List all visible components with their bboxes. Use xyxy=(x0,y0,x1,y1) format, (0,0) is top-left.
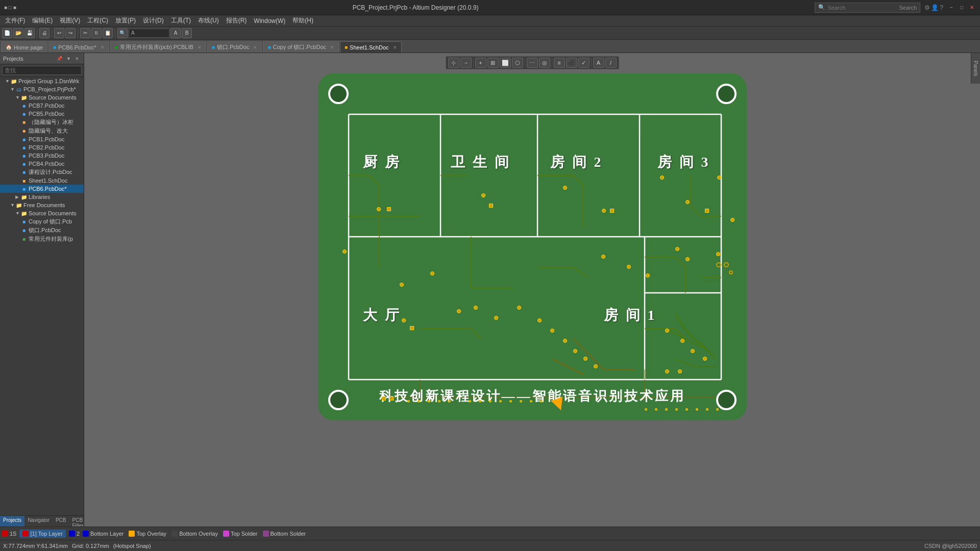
pcb-select-button[interactable]: ⊹ xyxy=(448,58,459,68)
main-layout: Projects 📌 ▼ ✕ ▼ 📁 Project Group 1.DsnWr… xyxy=(0,53,980,527)
panel-menu-button[interactable]: ▼ xyxy=(65,56,72,62)
tab-sheet1[interactable]: ■ Sheet1.SchDoc ✕ xyxy=(340,41,401,53)
tab-pcblib[interactable]: ■ 常用元件封装库(pcb).PCBLIB ✕ xyxy=(110,41,206,53)
pad xyxy=(537,318,542,322)
tab-copy-lockdoc[interactable]: ■ Copy of 锁口.PcbDoc ✕ xyxy=(263,41,339,53)
toolbar-bold[interactable]: B xyxy=(182,28,192,38)
tree-source-docs-1[interactable]: ▼ 📁 Source Documents xyxy=(0,93,84,102)
pcb-text-button[interactable]: A xyxy=(593,58,604,68)
panel-pin-button[interactable]: 📌 xyxy=(55,56,64,62)
pcb-add-button[interactable]: + xyxy=(475,58,486,68)
tree-pcb-project[interactable]: ▼ 🗂 PCB_Project.PrjPcb* xyxy=(0,85,84,93)
layer-2[interactable]: 2 xyxy=(69,531,80,537)
menu-place[interactable]: 放置(P) xyxy=(112,15,139,26)
layer-color-top-overlay xyxy=(129,531,135,537)
tree-course-pcb[interactable]: ■ 课程设计.PcbDoc xyxy=(0,168,84,177)
panel-tab-projects[interactable]: Projects xyxy=(0,516,24,527)
tree-pcb4[interactable]: ■ PCB4.PcbDoc xyxy=(0,160,84,168)
panel-tab-pcb[interactable]: PCB xyxy=(53,516,69,527)
menu-window[interactable]: Window(W) xyxy=(251,16,288,26)
menu-design[interactable]: 设计(D) xyxy=(140,15,167,26)
canvas-area[interactable]: ⊹ → + ⊞ ⬜ ⬡ ⋯ ◎ ≡ ⬛ ✓ A / xyxy=(84,53,980,527)
tree-libraries[interactable]: ▶ 📁 Libraries xyxy=(0,193,84,201)
pcb-draw-button[interactable]: / xyxy=(605,58,617,68)
tree-hidden-sch1[interactable]: ■ （隐藏编号）冰柜 xyxy=(0,118,84,127)
tree-copy-lock[interactable]: ■ Copy of 锁口.Pcb xyxy=(0,217,84,226)
tab-close-icon[interactable]: ✕ xyxy=(253,45,257,50)
toolbar-font[interactable]: A xyxy=(170,28,181,38)
pcb-dots-button[interactable]: ⋯ xyxy=(527,58,538,68)
menu-report[interactable]: 报告(R) xyxy=(223,15,250,26)
panel-tab-navigator[interactable]: Navigator xyxy=(24,516,53,527)
tab-close-icon[interactable]: ✕ xyxy=(101,45,105,50)
source-docs-icon: 📁 xyxy=(20,94,28,101)
tree-pcb7[interactable]: ■ PCB7.PcbDoc xyxy=(0,102,84,110)
layer-top-solder[interactable]: Top Solder xyxy=(223,531,258,537)
tree-pcb5[interactable]: ■ PCB5.PcbDoc xyxy=(0,110,84,118)
layer-bottom-solder[interactable]: Bottom Solder xyxy=(263,531,306,537)
zoom-input[interactable]: A xyxy=(129,29,169,38)
pcb-measure-button[interactable]: ⬛ xyxy=(566,58,577,68)
layer-ls[interactable]: 1S xyxy=(2,531,16,537)
tree-pcb1[interactable]: ■ PCB1.PcbDoc xyxy=(0,135,84,143)
maximize-button[interactable]: □ xyxy=(958,4,966,12)
panel-close-button[interactable]: ✕ xyxy=(74,56,81,62)
settings-icon[interactable]: ⚙ xyxy=(924,4,930,11)
toolbar-save[interactable]: 💾 xyxy=(24,28,35,38)
pad xyxy=(407,400,410,403)
toolbar-undo[interactable]: ↩ xyxy=(54,28,64,38)
layer-top[interactable]: [1] Top Layer xyxy=(19,530,65,538)
search-bar[interactable]: 🔍 Search xyxy=(815,3,920,13)
panel-tab-pcb-filter[interactable]: PCB Filter xyxy=(69,516,85,527)
tab-close-icon[interactable]: ✕ xyxy=(198,45,202,50)
toolbar-open[interactable]: 📂 xyxy=(13,28,23,38)
menu-help[interactable]: 帮助(H) xyxy=(289,15,316,26)
tab-pcb6[interactable]: ■ PCB6.PcbDoc* ✕ xyxy=(48,41,109,53)
tree-project-group[interactable]: ▼ 📁 Project Group 1.DsnWrk xyxy=(0,77,84,85)
pcb-drc-button[interactable]: ✓ xyxy=(578,58,590,68)
search-input[interactable] xyxy=(827,5,899,11)
lock-doc-icon: ■ xyxy=(212,44,215,50)
tree-pcb3[interactable]: ■ PCB3.PcbDoc xyxy=(0,152,84,160)
toolbar-zoom[interactable]: 🔍 xyxy=(117,28,128,38)
menu-route[interactable]: 布线(U) xyxy=(195,15,222,26)
menu-edit[interactable]: 编辑(E) xyxy=(29,15,56,26)
tab-home[interactable]: 🏠 Home page xyxy=(1,41,47,53)
user-icon[interactable]: 👤 xyxy=(931,4,939,11)
tab-close-icon[interactable]: ✕ xyxy=(393,45,397,50)
minimize-button[interactable]: − xyxy=(947,4,955,12)
toolbar-print[interactable]: 🖨 xyxy=(39,28,50,38)
tab-close-icon[interactable]: ✕ xyxy=(330,45,334,50)
layer-bottom[interactable]: Bottom Layer xyxy=(83,531,124,537)
toolbar-copy[interactable]: ⎘ xyxy=(91,28,102,38)
toolbar-paste[interactable]: 📋 xyxy=(103,28,113,38)
tree-common-lib[interactable]: ■ 常用元件封装库(p xyxy=(0,235,84,243)
help-icon[interactable]: ? xyxy=(940,4,943,11)
tree-source-docs-2[interactable]: ▼ 📁 Source Documents xyxy=(0,209,84,217)
tree-lock-pcb[interactable]: ■ 锁口.PcbDoc xyxy=(0,226,84,235)
close-button[interactable]: ✕ xyxy=(968,4,976,12)
pcb-rule-button[interactable]: ≡ xyxy=(554,58,565,68)
tree-pcb6[interactable]: ■ PCB6.PcbDoc* xyxy=(0,185,84,193)
pcb-fill-button[interactable]: ⬜ xyxy=(500,58,511,68)
menu-file[interactable]: 文件(F) xyxy=(2,15,28,26)
toolbar-cut[interactable]: ✂ xyxy=(80,28,90,38)
layer-top-overlay[interactable]: Top Overlay xyxy=(129,531,166,537)
menu-project[interactable]: 工程(C) xyxy=(84,15,111,26)
pcb-circle-button[interactable]: ◎ xyxy=(539,58,550,68)
tree-search-input[interactable] xyxy=(2,66,82,75)
right-panel-tab[interactable]: Panels xyxy=(971,53,980,84)
pcb-move-button[interactable]: → xyxy=(460,58,472,68)
tab-lockdoc[interactable]: ■ 锁口.PcbDoc ✕ xyxy=(207,41,262,53)
pcb-grid-button[interactable]: ⊞ xyxy=(487,58,499,68)
layer-bottom-overlay[interactable]: Bottom Overlay xyxy=(172,531,218,537)
tree-sheet1[interactable]: ■ Sheet1.SchDoc xyxy=(0,177,84,185)
menu-view[interactable]: 视图(V) xyxy=(57,15,83,26)
tree-hidden-sch2[interactable]: ■ 隐藏编号、改大 xyxy=(0,127,84,135)
menu-tools[interactable]: 工具(T) xyxy=(168,15,194,26)
toolbar-new[interactable]: 📄 xyxy=(2,28,12,38)
tree-pcb2[interactable]: ■ PCB2.PcbDoc xyxy=(0,143,84,152)
pcb-polygon-button[interactable]: ⬡ xyxy=(512,58,523,68)
tree-free-docs[interactable]: ▼ 📁 Free Documents xyxy=(0,201,84,209)
toolbar-redo[interactable]: ↪ xyxy=(65,28,76,38)
